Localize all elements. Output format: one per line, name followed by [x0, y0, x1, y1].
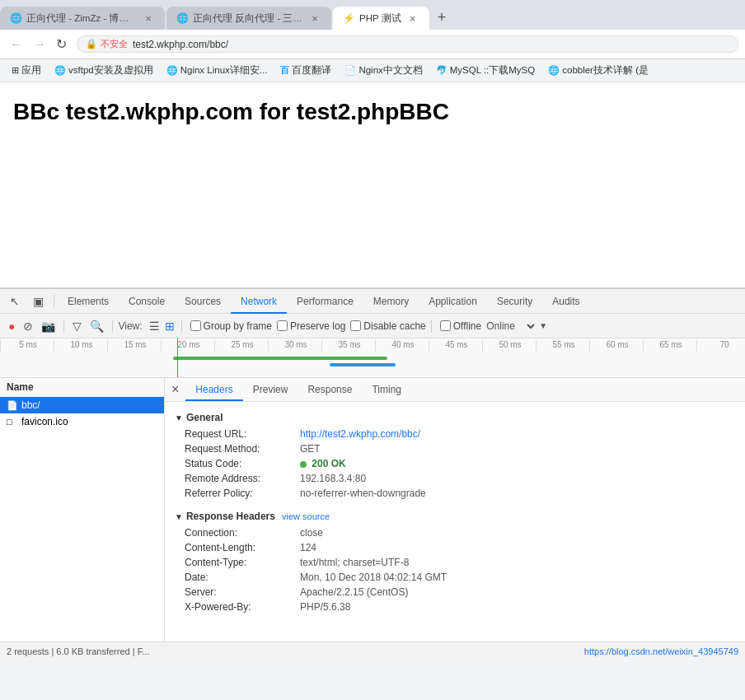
- timeline-req-bbc: [173, 357, 387, 360]
- devtools-tabbar: ↖ ▣ Elements Console Sources Network Per…: [0, 289, 745, 314]
- tab3-close[interactable]: ×: [406, 12, 419, 25]
- tab-security[interactable]: Security: [487, 289, 542, 314]
- status-dot-icon: [300, 461, 307, 468]
- timeline-ruler: 5 ms 10 ms 15 ms 20 ms 25 ms 30 ms 35 ms…: [0, 338, 745, 352]
- bookmark-vsftpd-label: vsftpd安装及虚拟用: [68, 64, 153, 77]
- tab2-title: 正向代理 反向代理 - 三六五 - 博...: [193, 12, 303, 25]
- tab-performance[interactable]: Performance: [287, 289, 363, 314]
- rh-row-content-length: Content-Length: 124: [175, 540, 735, 555]
- tick-35ms: 35 ms: [321, 340, 375, 352]
- date-key: Date:: [185, 572, 300, 583]
- nginx-docs-icon: 📄: [344, 65, 356, 76]
- bookmark-baidu-label: 百度翻译: [292, 64, 331, 77]
- offline-checkbox[interactable]: Offline: [440, 320, 481, 332]
- tick-70: 70: [696, 340, 745, 352]
- details-close-btn[interactable]: ×: [165, 378, 185, 401]
- tab-3[interactable]: ⚡ PHP 测试 ×: [333, 7, 429, 30]
- file-item-favicon[interactable]: □ favicon.ico: [0, 413, 164, 430]
- tab-1[interactable]: 🌐 正向代理 - ZimZz - 博客园 ×: [0, 7, 165, 30]
- view-tree-btn[interactable]: ⊞: [163, 318, 176, 334]
- detail-row-method: Request Method: GET: [175, 441, 735, 456]
- tab-sources[interactable]: Sources: [175, 289, 231, 314]
- record-button[interactable]: ●: [5, 316, 18, 336]
- url-bar[interactable]: 🔒 不安全 test2.wkphp.com/bbc/: [77, 35, 738, 53]
- bbc-favicon: 📄: [7, 400, 18, 411]
- tab-console[interactable]: Console: [119, 289, 175, 314]
- content-length-key: Content-Length:: [185, 542, 300, 553]
- status-key: Status Code:: [185, 458, 300, 469]
- group-by-frame-label: Group by frame: [204, 320, 272, 332]
- bookmark-vsftpd[interactable]: 🌐 vsftpd安装及虚拟用: [49, 63, 158, 78]
- file-item-bbc[interactable]: 📄 bbc/: [0, 397, 164, 413]
- tab-audits[interactable]: Audits: [542, 289, 589, 314]
- refresh-button[interactable]: ↻: [53, 35, 70, 54]
- bookmark-nginx-docs-label: Nginx中文文档: [358, 64, 422, 77]
- tick-15ms: 15 ms: [107, 340, 161, 352]
- bookmark-nginx-docs[interactable]: 📄 Nginx中文文档: [340, 63, 427, 78]
- requests-count: 2 requests: [7, 646, 49, 656]
- controls-sep3: [181, 320, 182, 333]
- forward-button[interactable]: →: [30, 35, 49, 54]
- method-key: Request Method:: [185, 443, 300, 455]
- new-tab-button[interactable]: +: [431, 9, 453, 26]
- bookmark-cobbler[interactable]: 🌐 cobbler技术详解 (是: [543, 63, 654, 78]
- details-tab-preview[interactable]: Preview: [243, 378, 298, 401]
- detail-row-address: Remote Address: 192.168.3.4:80: [175, 471, 735, 486]
- tab-elements[interactable]: Elements: [58, 289, 119, 314]
- csdn-link[interactable]: https://blog.csdn.net/weixin_43945749: [584, 646, 738, 656]
- details-tab-timing[interactable]: Timing: [362, 378, 411, 401]
- tab-bar: 🌐 正向代理 - ZimZz - 博客园 × 🌐 正向代理 反向代理 - 三六五…: [0, 0, 745, 30]
- disable-cache-checkbox[interactable]: Disable cache: [350, 320, 425, 332]
- x-powered-value: PHP/5.6.38: [300, 601, 350, 613]
- details-tab-headers[interactable]: Headers: [185, 378, 242, 401]
- bookmark-mysql-label: MySQL ::下载MySQ: [450, 64, 535, 77]
- server-value: Apache/2.2.15 (CentOS): [300, 586, 408, 598]
- tab-memory[interactable]: Memory: [363, 289, 419, 314]
- controls-sep1: [63, 320, 64, 333]
- apps-icon: ⊞: [12, 65, 19, 76]
- bookmark-mysql[interactable]: 🐬 MySQL ::下载MySQ: [431, 63, 540, 78]
- bookmark-baidu[interactable]: 百 百度翻译: [275, 63, 336, 78]
- bookmark-nginx[interactable]: 🌐 Nginx Linux详细安...: [162, 63, 273, 78]
- detail-row-url: Request URL: http://test2.wkphp.com/bbc/: [175, 427, 735, 441]
- bookmark-apps[interactable]: ⊞ 应用: [7, 63, 46, 78]
- timeline-cursor-line: [177, 338, 178, 377]
- tab-network[interactable]: Network: [231, 289, 287, 314]
- rh-row-content-type: Content-Type: text/html; charset=UTF-8: [175, 555, 735, 570]
- details-tab-bar: × Headers Preview Response Timing: [165, 378, 745, 402]
- file-list-header: Name: [0, 378, 164, 397]
- preserve-log-checkbox[interactable]: Preserve log: [277, 320, 345, 332]
- status-code: 200 OK: [312, 458, 345, 469]
- tick-60ms: 60 ms: [589, 340, 643, 352]
- camera-button[interactable]: 📷: [38, 316, 59, 336]
- controls-sep2: [112, 320, 113, 333]
- tab2-close[interactable]: ×: [308, 12, 321, 25]
- tab-application[interactable]: Application: [419, 289, 487, 314]
- detail-row-status: Status Code: 200 OK: [175, 456, 735, 471]
- view-source-link[interactable]: view source: [282, 511, 330, 521]
- throttle-select[interactable]: Online Fast 3G Slow 3G Offline: [483, 320, 537, 333]
- inspect-icon[interactable]: ↖: [3, 289, 26, 314]
- response-headers-section-header[interactable]: ▼ Response Headers view source: [175, 507, 735, 525]
- tab1-title: 正向代理 - ZimZz - 博客园: [26, 12, 137, 25]
- details-tab-response[interactable]: Response: [298, 378, 362, 401]
- url-value: http://test2.wkphp.com/bbc/: [300, 428, 420, 440]
- connection-key: Connection:: [185, 527, 300, 539]
- offline-label: Offline: [453, 320, 481, 332]
- tab-2[interactable]: 🌐 正向代理 反向代理 - 三六五 - 博... ×: [166, 7, 331, 30]
- stop-button[interactable]: ⊘: [20, 316, 36, 336]
- device-icon[interactable]: ▣: [26, 289, 50, 314]
- general-section-body: Request URL: http://test2.wkphp.com/bbc/…: [175, 427, 735, 501]
- view-list-btn[interactable]: ☰: [148, 318, 162, 334]
- url-link[interactable]: http://test2.wkphp.com/bbc/: [300, 428, 420, 440]
- group-by-frame-checkbox[interactable]: Group by frame: [190, 320, 272, 332]
- filter-button[interactable]: ▽: [69, 316, 85, 336]
- devtools-sep1: [54, 295, 54, 308]
- rh-row-server: Server: Apache/2.2.15 (CentOS): [175, 585, 735, 600]
- tab1-close[interactable]: ×: [142, 12, 155, 25]
- search-button[interactable]: 🔍: [87, 316, 107, 336]
- timeline-area: 5 ms 10 ms 15 ms 20 ms 25 ms 30 ms 35 ms…: [0, 338, 745, 378]
- general-section-header[interactable]: ▼ General: [175, 408, 735, 427]
- preserve-log-label: Preserve log: [290, 320, 345, 332]
- back-button[interactable]: ←: [7, 35, 26, 54]
